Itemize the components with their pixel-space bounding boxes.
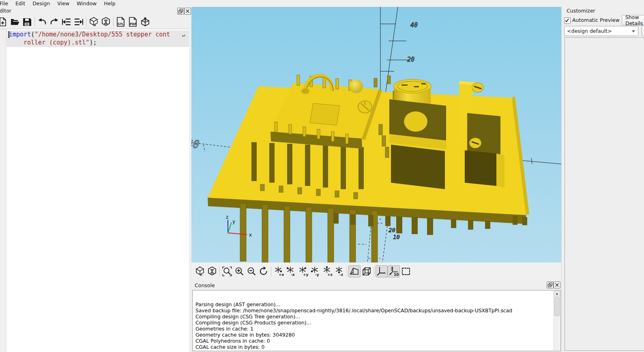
dome-component xyxy=(349,79,363,93)
save-button[interactable] xyxy=(21,16,33,28)
view-plus-x-button[interactable]: +x xyxy=(273,265,285,277)
reset-view-button[interactable] xyxy=(258,265,270,277)
driver-module xyxy=(270,75,382,149)
customizer-parameters-area xyxy=(565,37,644,351)
float-icon xyxy=(548,283,552,287)
export-pdf-icon: PDF xyxy=(128,17,138,27)
code-editor[interactable]: import("/home/none3/Desktop/555 stepper … xyxy=(0,29,189,352)
svg-text:STL: STL xyxy=(118,22,124,26)
svg-text:10: 10 xyxy=(394,273,399,277)
svg-text:x: x xyxy=(249,232,252,238)
render-button[interactable] xyxy=(100,16,112,28)
view-plus-z-icon: +z xyxy=(322,266,333,277)
perspective-button[interactable] xyxy=(348,265,361,277)
unindent-button[interactable] xyxy=(60,16,73,28)
render-icon xyxy=(207,266,217,277)
editor-float-button[interactable] xyxy=(177,8,184,15)
chevron-down-icon xyxy=(632,30,635,32)
console-line: Compiling design (CSG Tree generation)..… xyxy=(195,314,300,320)
zoom-in-button[interactable] xyxy=(233,265,245,277)
svg-text:-40: -40 xyxy=(191,138,200,150)
preview-icon: » xyxy=(195,266,205,277)
open-folder-icon xyxy=(10,17,20,27)
editor-panel-title: Editor xyxy=(0,8,11,14)
orthographic-button[interactable] xyxy=(361,265,373,277)
model-board xyxy=(208,75,529,262)
design-select[interactable]: <design default> xyxy=(564,26,638,36)
console-line: Geometries in cache: 1 xyxy=(195,326,253,332)
code-line-2: roller (copy).stl"); xyxy=(24,38,97,47)
view-minus-z-button[interactable]: -z xyxy=(333,265,346,277)
scrollbar-thumb[interactable] xyxy=(554,297,560,316)
print-3d-icon xyxy=(140,17,150,27)
zoom-out-button[interactable] xyxy=(245,265,258,277)
trimpot xyxy=(358,101,372,113)
show-details-button[interactable]: Show Details xyxy=(622,15,644,26)
svg-text:»: » xyxy=(93,23,96,28)
console-line: Parsing design (AST generation)... xyxy=(195,302,280,308)
view-minus-y-icon: -y xyxy=(310,266,320,277)
editor-close-button[interactable] xyxy=(184,8,191,15)
indent-icon xyxy=(73,17,84,27)
customizer-extra-button[interactable] xyxy=(642,26,644,36)
open-file-button[interactable] xyxy=(9,16,21,28)
axis-indicator: z y x xyxy=(226,214,252,238)
float-icon xyxy=(178,9,183,13)
show-axes-icon xyxy=(376,266,387,277)
unindent-icon xyxy=(61,17,72,27)
menu-help[interactable]: Help xyxy=(100,0,119,6)
console-line: Geometry cache size in bytes: 3049280 xyxy=(195,332,295,338)
view-plus-x-icon: +x xyxy=(273,266,284,277)
design-select-value: <design default> xyxy=(567,28,612,34)
svg-text:»: » xyxy=(200,272,202,277)
save-icon xyxy=(22,17,32,27)
menu-edit[interactable]: Edit xyxy=(12,0,29,6)
redo-button[interactable] xyxy=(48,16,60,28)
viewport-toolbar: » +x -x +y -y +z -z 10 xyxy=(191,262,562,280)
svg-text:-z: -z xyxy=(339,273,343,277)
toolbar-separator xyxy=(219,267,220,276)
svg-text:20: 20 xyxy=(407,56,414,63)
indent-button[interactable] xyxy=(73,16,85,28)
svg-text:10: 10 xyxy=(393,234,400,240)
scroll-up-arrow[interactable]: ▲ xyxy=(554,291,560,297)
svg-text:-x: -x xyxy=(291,273,295,277)
show-scale-markers-button[interactable]: 10 xyxy=(388,265,400,277)
model-canvas: -40 40 20 20 10 xyxy=(191,7,562,262)
view-all-button[interactable] xyxy=(400,265,412,277)
customizer-panel: Customizer Automatic Preview Show Detail… xyxy=(561,7,644,352)
toolbar-separator xyxy=(347,267,347,276)
openscad-window: File Edit Design View Window Help Editor… xyxy=(0,0,644,352)
console-float-button[interactable] xyxy=(547,282,554,288)
preview-button[interactable]: » xyxy=(194,265,206,277)
menu-file[interactable]: File xyxy=(0,0,12,6)
console-log: Parsing design (AST generation)... Saved… xyxy=(192,290,561,351)
toolbar-separator xyxy=(34,17,35,27)
view-minus-y-button[interactable]: -y xyxy=(309,265,321,277)
viewport-3d[interactable]: -40 40 20 20 10 xyxy=(191,7,562,262)
close-icon xyxy=(555,283,559,287)
console-close-button[interactable] xyxy=(554,282,560,288)
menu-design[interactable]: Design xyxy=(29,0,54,6)
print-3d-button[interactable] xyxy=(139,16,151,28)
view-minus-x-button[interactable]: -x xyxy=(285,265,297,277)
automatic-preview-label: Automatic Preview xyxy=(572,17,620,23)
export-stl-button[interactable]: STL xyxy=(115,16,127,28)
zoom-all-button[interactable] xyxy=(221,265,233,277)
view-all-icon xyxy=(401,266,411,277)
menu-view[interactable]: View xyxy=(54,0,73,6)
export-pdf-button[interactable]: PDF xyxy=(127,16,139,28)
wrap-marker: ↵ xyxy=(182,31,185,39)
preview-button[interactable]: » xyxy=(88,16,100,28)
view-plus-y-button[interactable]: +y xyxy=(297,265,309,277)
automatic-preview-checkbox[interactable] xyxy=(564,17,571,24)
view-plus-z-button[interactable]: +z xyxy=(321,265,333,277)
new-file-button[interactable] xyxy=(0,16,9,28)
undo-button[interactable] xyxy=(36,16,48,28)
zoom-out-icon xyxy=(246,266,257,277)
render-icon xyxy=(101,17,111,27)
console-scrollbar[interactable]: ▲ xyxy=(554,291,560,350)
show-axes-button[interactable] xyxy=(376,265,388,277)
render-button[interactable] xyxy=(206,265,218,277)
menu-window[interactable]: Window xyxy=(73,0,100,6)
